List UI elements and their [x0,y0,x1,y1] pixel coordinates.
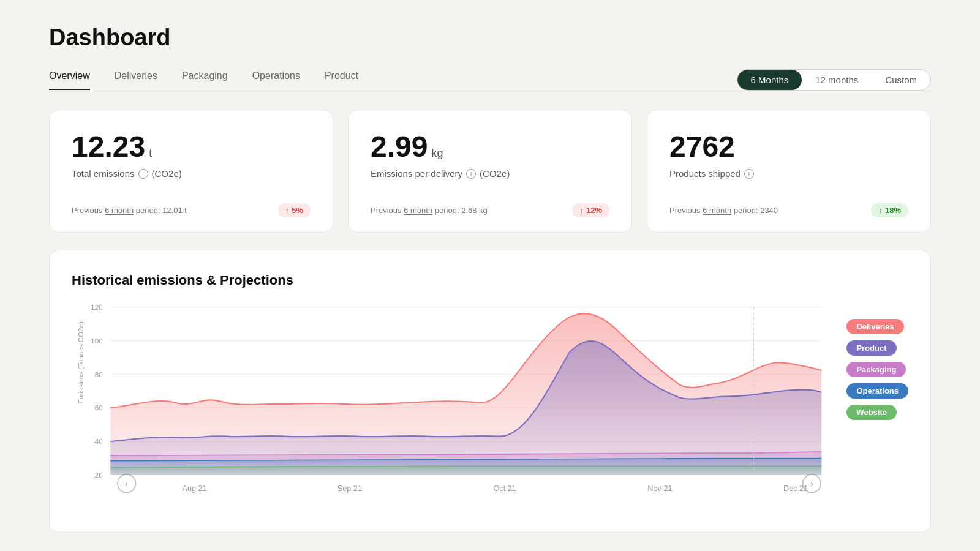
metric-unit-emissions: t [149,147,152,160]
info-icon-per-delivery[interactable]: i [466,169,476,179]
metric-footer-products: Previous 6 month period: 2340 ↑ 18% [669,203,908,217]
metric-prev-emissions: Previous 6 month period: 12.01 t [72,206,187,215]
chart-svg-wrap: Emissions (Tonnes CO2e) 20 40 60 80 [72,301,834,510]
filter-custom[interactable]: Custom [872,70,930,90]
metric-unit-per-delivery: kg [431,147,443,160]
badge-emissions: ↑ 5% [278,203,311,217]
legend-pill-product[interactable]: Product [846,340,896,356]
xlabel-aug21: Aug 21 [182,484,206,493]
metric-main-products: 2762 [669,130,908,163]
metric-card-per-delivery: 2.99 kg Emissions per delivery i (CO2e) … [348,110,632,233]
ylabel-120: 120 [91,303,102,311]
legend-pill-packaging[interactable]: Packaging [846,362,906,377]
metric-label-text-emissions: Total emissions [72,168,135,179]
metric-value-emissions: 12.23 [72,130,145,163]
metric-value-per-delivery: 2.99 [371,130,428,163]
arrow-up-icon-products: ↑ [878,206,883,215]
metric-label-emissions: Total emissions i (CO2e) [72,168,311,179]
metric-main-emissions: 12.23 t [72,130,311,163]
prev-label-products: Previous 6 month period: 2340 [669,206,778,215]
legend-item-product: Product [846,340,908,356]
prev-label-emissions: Previous 6 month period: 12.01 t [72,206,187,215]
info-icon-products[interactable]: i [744,169,754,179]
chart-area: Emissions (Tonnes CO2e) 20 40 60 80 [72,301,908,510]
badge-value-products: 18% [885,206,901,215]
legend-pill-website[interactable]: Website [846,405,897,420]
prev-label-per-delivery: Previous 6 month period: 2.68 kg [371,206,488,215]
badge-products: ↑ 18% [871,203,908,217]
badge-value-per-delivery: 12% [586,206,602,215]
legend-item-deliveries: Deliveries [846,319,908,334]
metrics-row: 12.23 t Total emissions i (CO2e) Previou… [49,110,931,233]
metric-label-text-per-delivery: Emissions per delivery [371,168,462,179]
chart-svg: Emissions (Tonnes CO2e) 20 40 60 80 [72,301,834,508]
ylabel-20: 20 [95,471,103,479]
info-icon-emissions[interactable]: i [138,169,148,179]
tab-operations[interactable]: Operations [252,70,300,90]
metric-label-per-delivery: Emissions per delivery i (CO2e) [371,168,609,179]
metric-label-co2e-per-delivery: (CO2e) [480,168,510,179]
xlabel-oct21: Oct 21 [493,484,516,493]
metric-label-co2e-emissions: (CO2e) [152,168,182,179]
nav-tabs: Overview Deliveries Packaging Operations… [49,70,358,90]
arrow-up-icon-emissions: ↑ [285,206,290,215]
chart-card: Historical emissions & Projections Emiss… [49,250,931,533]
ylabel-60: 60 [95,403,103,411]
ylabel-80: 80 [95,370,103,378]
left-arrow-icon[interactable]: ‹ [125,479,128,489]
metric-prev-per-delivery: Previous 6 month period: 2.68 kg [371,206,488,215]
tab-overview[interactable]: Overview [49,70,90,90]
chart-title: Historical emissions & Projections [72,272,908,288]
legend-item-website: Website [846,405,908,420]
legend-pill-operations[interactable]: Operations [846,383,908,399]
xlabel-nov21: Nov 21 [647,484,672,493]
filter-12months[interactable]: 12 months [802,70,872,90]
legend-pill-deliveries[interactable]: Deliveries [846,319,903,334]
time-filter-group: 6 Months 12 months Custom [737,69,931,91]
tab-deliveries[interactable]: Deliveries [115,70,157,90]
page-title: Dashboard [49,24,931,51]
ylabel-40: 40 [95,437,103,445]
metric-label-products: Products shipped i [669,168,908,179]
right-arrow-icon[interactable]: › [810,479,813,489]
metric-card-emissions: 12.23 t Total emissions i (CO2e) Previou… [49,110,333,233]
tab-packaging[interactable]: Packaging [182,70,228,90]
badge-value-emissions: 5% [292,206,303,215]
chart-legend: Deliveries Product Packaging Operations … [846,301,908,510]
xlabel-sep21: Sep 21 [337,484,362,493]
metric-card-products: 2762 Products shipped i Previous 6 month… [647,110,931,233]
tab-product[interactable]: Product [325,70,358,90]
metric-main-per-delivery: 2.99 kg [371,130,609,163]
badge-per-delivery: ↑ 12% [572,203,609,217]
metric-value-products: 2762 [669,130,735,163]
navigation-bar: Overview Deliveries Packaging Operations… [49,69,931,91]
filter-6months[interactable]: 6 Months [737,70,802,90]
arrow-up-icon-per-delivery: ↑ [579,206,584,215]
legend-item-packaging: Packaging [846,362,908,377]
metric-footer-per-delivery: Previous 6 month period: 2.68 kg ↑ 12% [371,203,609,217]
metric-prev-products: Previous 6 month period: 2340 [669,206,778,215]
metric-footer-emissions: Previous 6 month period: 12.01 t ↑ 5% [72,203,311,217]
legend-item-operations: Operations [846,383,908,399]
ylabel-100: 100 [91,337,102,345]
metric-label-text-products: Products shipped [669,168,741,179]
y-axis-title: Emissions (Tonnes CO2e) [77,321,85,404]
